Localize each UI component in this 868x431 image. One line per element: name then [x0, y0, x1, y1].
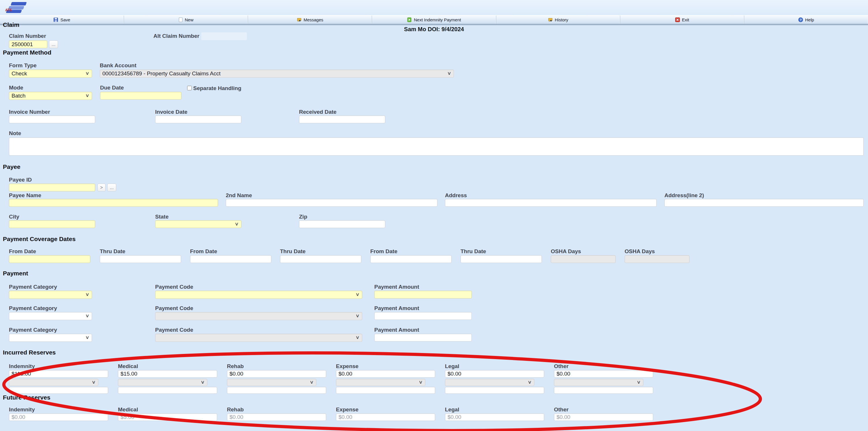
claim-number-input[interactable] [9, 40, 47, 48]
coverage-from2-input[interactable] [190, 255, 271, 263]
section-title-incurred-reserves: Incurred Reserves [3, 349, 56, 356]
payee-name-input[interactable] [9, 199, 218, 207]
payment-category-select-2[interactable] [9, 312, 92, 320]
incurred-medical-label: Medical [118, 363, 138, 370]
toolbar-label: Help [805, 17, 814, 22]
second-name-input[interactable] [226, 199, 437, 207]
coverage-from3-label: From Date [370, 248, 397, 255]
address-line2-label: Address(line 2) [664, 192, 704, 199]
invoice-number-input[interactable] [9, 115, 95, 123]
toolbar: Save New Messages Next Indemnity Payment… [0, 15, 868, 24]
note-textarea[interactable] [9, 137, 864, 155]
future-other-input[interactable] [554, 413, 653, 421]
section-title-payee: Payee [3, 163, 21, 170]
coverage-from1-input[interactable] [9, 255, 90, 263]
due-date-input[interactable] [100, 92, 181, 99]
payee-go-button[interactable]: > [97, 183, 105, 192]
payee-id-input[interactable] [9, 183, 95, 192]
state-select[interactable] [155, 220, 241, 228]
payment-amount-input-2[interactable] [374, 312, 472, 320]
incurred-indemnity-extra-input[interactable] [9, 387, 108, 394]
incurred-rehab-label: Rehab [227, 363, 244, 370]
received-date-input[interactable] [299, 115, 385, 123]
incurred-other-input[interactable] [554, 370, 653, 378]
section-title-payment: Payment [3, 270, 28, 277]
incurred-rehab-input[interactable] [227, 370, 326, 378]
future-indemnity-label: Indemnity [9, 406, 35, 413]
history-icon [548, 17, 553, 22]
future-legal-input[interactable] [445, 413, 544, 421]
incurred-medical-extra-input[interactable] [118, 387, 217, 394]
incurred-indemnity-input[interactable] [9, 370, 108, 378]
payment-category-select-3[interactable] [9, 334, 92, 342]
zip-input[interactable] [299, 220, 385, 228]
incurred-expense-select[interactable] [336, 379, 425, 386]
payment-code-select-1[interactable] [155, 291, 362, 299]
coverage-thru3-input[interactable] [461, 255, 542, 263]
separate-handling-checkbox[interactable] [187, 86, 192, 90]
coverage-thru1-label: Thru Date [100, 248, 125, 255]
messages-icon [297, 17, 302, 22]
incurred-expense-extra-input[interactable] [336, 387, 435, 394]
invoice-date-input[interactable] [155, 115, 241, 123]
incurred-other-select[interactable] [554, 379, 643, 386]
incurred-expense-label: Expense [336, 363, 359, 370]
coverage-thru1-input[interactable] [100, 255, 181, 263]
city-input[interactable] [9, 220, 95, 228]
incurred-medical-select[interactable] [118, 379, 207, 386]
future-legal-label: Legal [445, 406, 459, 413]
payment-code-select-2[interactable] [155, 312, 362, 320]
bank-account-select[interactable]: 0000123456789 - Property Casualty Claims… [100, 69, 454, 78]
future-medical-input[interactable] [118, 413, 217, 421]
window-top-strip: ATS [0, 0, 868, 15]
section-title-claim: Claim [3, 21, 19, 28]
incurred-legal-select[interactable] [445, 379, 534, 386]
doi-banner: Sam Mo DOI: 9/4/2024 [0, 26, 868, 33]
toolbar-label: Save [60, 17, 70, 22]
future-other-label: Other [554, 406, 569, 413]
payment-entry-screen: ATS Save New Messages Next Indemnity Pay… [0, 0, 868, 431]
svg-text:ATS: ATS [5, 8, 12, 12]
toolbar-label: Exit [682, 17, 689, 22]
help-button[interactable]: ? Help [744, 16, 868, 24]
incurred-rehab-extra-input[interactable] [227, 387, 326, 394]
address-input[interactable] [445, 199, 657, 207]
coverage-from3-input[interactable] [370, 255, 452, 263]
coverage-thru2-input[interactable] [280, 255, 361, 263]
incurred-legal-extra-input[interactable] [445, 387, 544, 394]
future-rehab-input[interactable] [227, 413, 326, 421]
exit-button[interactable]: Exit [620, 16, 744, 24]
payment-amount-input-1[interactable] [374, 291, 472, 298]
future-expense-input[interactable] [336, 413, 435, 421]
incurred-indemnity-select[interactable] [9, 379, 98, 386]
coverage-from1-label: From Date [9, 248, 36, 255]
separate-handling-label: Separate Handling [193, 85, 241, 91]
history-button[interactable]: History [496, 16, 620, 24]
payment-category-label-3: Payment Category [9, 327, 57, 333]
next-indemnity-payment-button[interactable]: Next Indemnity Payment [372, 16, 496, 24]
mode-select[interactable]: Batch [9, 92, 92, 100]
incurred-rehab-select[interactable] [227, 379, 316, 386]
payment-code-label-3: Payment Code [155, 327, 193, 333]
incurred-other-extra-input[interactable] [554, 387, 653, 394]
payment-code-select-3[interactable] [155, 334, 362, 342]
incurred-medical-input[interactable] [118, 370, 217, 378]
invoice-number-label: Invoice Number [9, 109, 50, 115]
incurred-legal-input[interactable] [445, 370, 544, 378]
messages-button[interactable]: Messages [248, 16, 372, 24]
incurred-expense-input[interactable] [336, 370, 435, 378]
exit-icon [675, 17, 680, 22]
app-logo: ATS [4, 1, 28, 14]
osha-days1-label: OSHA Days [551, 248, 581, 255]
future-rehab-label: Rehab [227, 406, 244, 413]
payee-lookup-button[interactable]: ... [107, 183, 116, 192]
payment-amount-input-3[interactable] [374, 334, 472, 342]
toolbar-label: Messages [304, 17, 323, 22]
form-type-select[interactable]: Check [9, 69, 92, 78]
payment-category-select-1[interactable] [9, 291, 92, 299]
address-line2-input[interactable] [664, 199, 864, 207]
new-button[interactable]: New [124, 16, 248, 24]
claim-number-label: Claim Number [9, 33, 46, 39]
claim-lookup-button[interactable]: ... [49, 40, 58, 48]
future-indemnity-input[interactable] [9, 413, 108, 421]
